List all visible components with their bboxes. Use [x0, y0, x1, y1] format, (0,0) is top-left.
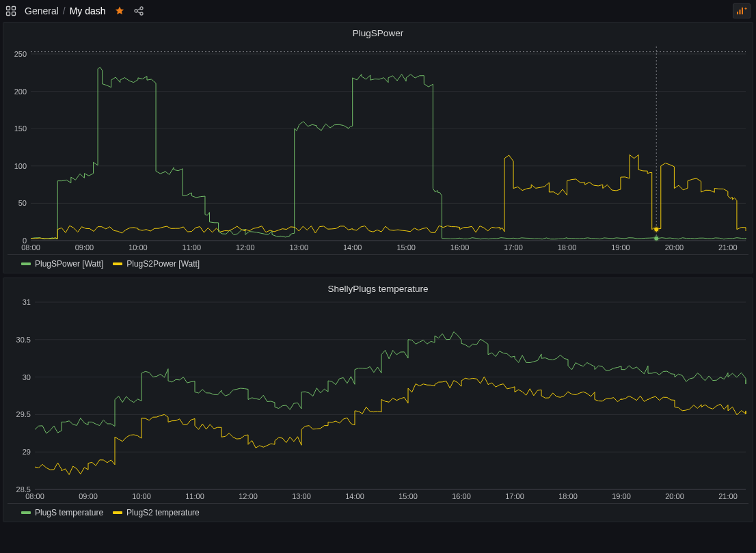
breadcrumb-dashboard[interactable]: My dash: [70, 5, 106, 16]
favorite-star-icon[interactable]: [114, 5, 125, 16]
svg-text:29.5: 29.5: [16, 410, 31, 418]
panel-title[interactable]: PlugSPower: [8, 25, 748, 42]
svg-text:21:00: 21:00: [718, 492, 738, 500]
svg-text:30: 30: [23, 373, 31, 381]
panel-title[interactable]: ShellyPlugs temperature: [8, 281, 748, 298]
svg-text:12:00: 12:00: [236, 243, 255, 252]
legend-swatch-icon: [21, 262, 31, 265]
chart-power[interactable]: 05010015020025008:0009:0010:0011:0012:00…: [8, 42, 748, 255]
svg-point-5: [140, 7, 143, 10]
legend-item[interactable]: PlugS2 temperature: [113, 508, 200, 517]
svg-text:50: 50: [18, 199, 27, 207]
svg-text:150: 150: [14, 124, 27, 133]
chart-temperature[interactable]: 28.52929.53030.53108:0009:0010:0011:0012…: [8, 298, 748, 504]
svg-text:13:00: 13:00: [292, 492, 311, 500]
svg-text:19:00: 19:00: [611, 243, 630, 252]
breadcrumb: General / My dash: [25, 5, 106, 16]
legend-swatch-icon: [113, 262, 122, 265]
breadcrumb-folder[interactable]: General: [25, 5, 59, 16]
legend-temperature: PlugS temperature PlugS2 temperature: [8, 504, 748, 517]
panels: PlugSPower 05010015020025008:0009:0010:0…: [0, 22, 756, 522]
svg-text:17:00: 17:00: [504, 243, 523, 252]
svg-text:14:00: 14:00: [345, 492, 364, 500]
legend-item[interactable]: PlugSPower [Watt]: [21, 259, 103, 269]
add-panel-button[interactable]: [733, 3, 751, 18]
svg-text:14:00: 14:00: [343, 243, 362, 252]
svg-text:17:00: 17:00: [505, 492, 524, 500]
svg-text:18:00: 18:00: [558, 492, 578, 500]
svg-text:10:00: 10:00: [132, 492, 151, 500]
legend-power: PlugSPower [Watt] PlugS2Power [Watt]: [8, 255, 748, 269]
svg-text:100: 100: [14, 162, 27, 170]
svg-text:200: 200: [14, 87, 27, 96]
svg-rect-1: [12, 7, 16, 10]
svg-text:08:00: 08:00: [25, 492, 44, 500]
svg-text:250: 250: [14, 50, 27, 58]
svg-text:13:00: 13:00: [289, 243, 308, 252]
legend-label: PlugS2 temperature: [126, 508, 200, 517]
svg-text:15:00: 15:00: [399, 492, 418, 500]
share-icon[interactable]: [133, 5, 144, 16]
svg-text:30.5: 30.5: [16, 336, 31, 344]
svg-text:16:00: 16:00: [450, 243, 470, 252]
svg-text:10:00: 10:00: [129, 243, 148, 252]
svg-text:20:00: 20:00: [665, 243, 684, 252]
legend-label: PlugS2Power [Watt]: [126, 259, 200, 269]
dashboard-grid-icon[interactable]: [5, 5, 16, 16]
svg-point-4: [135, 10, 137, 12]
svg-rect-9: [742, 8, 743, 14]
legend-swatch-icon: [113, 511, 122, 514]
svg-text:08:00: 08:00: [21, 243, 40, 252]
legend-label: PlugSPower [Watt]: [35, 259, 103, 269]
svg-rect-2: [7, 12, 10, 16]
svg-rect-3: [12, 12, 16, 16]
panel-temperature: ShellyPlugs temperature 28.52929.53030.5…: [3, 278, 753, 522]
svg-text:18:00: 18:00: [558, 243, 577, 252]
svg-text:09:00: 09:00: [79, 492, 98, 500]
svg-rect-7: [737, 12, 738, 14]
topbar: General / My dash: [0, 0, 756, 22]
svg-rect-8: [740, 10, 741, 14]
svg-text:31: 31: [23, 298, 31, 306]
legend-item[interactable]: PlugS temperature: [21, 508, 103, 517]
svg-text:21:00: 21:00: [718, 243, 738, 252]
svg-text:11:00: 11:00: [183, 243, 202, 252]
svg-text:20:00: 20:00: [665, 492, 684, 500]
svg-text:15:00: 15:00: [396, 243, 416, 252]
legend-item[interactable]: PlugS2Power [Watt]: [113, 259, 200, 269]
svg-text:09:00: 09:00: [75, 243, 94, 252]
breadcrumb-separator: /: [63, 5, 66, 16]
svg-text:19:00: 19:00: [612, 492, 631, 500]
legend-swatch-icon: [21, 511, 31, 514]
svg-text:16:00: 16:00: [452, 492, 471, 500]
svg-rect-0: [7, 7, 10, 10]
svg-text:11:00: 11:00: [185, 492, 204, 500]
svg-text:12:00: 12:00: [239, 492, 258, 500]
svg-point-6: [140, 12, 143, 15]
panel-power: PlugSPower 05010015020025008:0009:0010:0…: [3, 22, 753, 273]
svg-text:29: 29: [23, 448, 31, 456]
legend-label: PlugS temperature: [35, 508, 103, 517]
